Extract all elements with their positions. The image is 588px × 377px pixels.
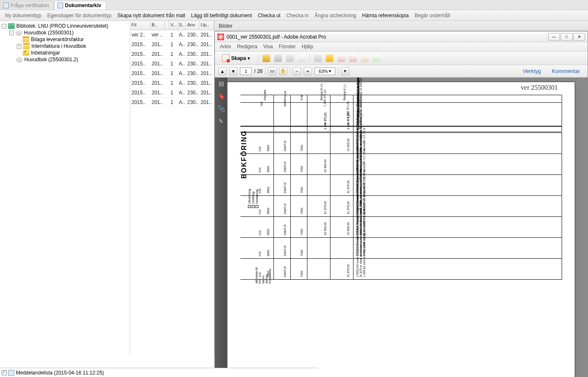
table-row[interactable]: ver 2..ver ..1A..230..201.. [130,30,214,40]
comment-icon[interactable] [326,55,333,62]
hand-icon[interactable]: ✋ [279,67,287,75]
tree-internfaktura[interactable]: +Internfaktura i Huvudbok [2,43,128,49]
collapse-icon[interactable]: − [2,24,6,29]
col-blank[interactable] [165,21,169,30]
tree-root[interactable]: −Bibliotek: LNU (PROD Linneuniversitetet… [2,23,128,29]
cell: 2015.. [130,90,150,96]
page-down-icon[interactable]: ▼ [229,67,237,75]
tab-fraga[interactable]: Fråga verifikation [0,1,54,10]
close-button[interactable]: ✕ [573,33,585,41]
cell: 201.. [150,51,165,57]
verktyg-link[interactable]: Verktyg [518,68,545,74]
thumbnails-icon[interactable]: ▤ [217,80,225,88]
table-row[interactable]: 2015..201..1A..230..201.. [130,59,214,69]
cell: 230.. [186,42,199,47]
file-grid: Fil B.. V.. S.. Anv Up.. ver 2..ver ..1A… [130,21,214,354]
tree-label: Internfaktura i Huvudbok [31,43,86,49]
share-icon[interactable] [373,55,380,62]
collapse-icon[interactable]: − [9,31,14,35]
expand-icon[interactable]: + [17,44,21,49]
tree-huvudbok1[interactable]: −Huvudbok (25500301) [2,29,128,36]
tree-label: Huvudbok (25500301,2) [24,57,78,62]
sign-icon[interactable] [361,55,369,62]
grid-header: Fil B.. V.. S.. Anv Up.. [130,21,214,30]
menu-redigera[interactable]: Redigera [237,44,258,50]
table-row[interactable]: 2015..201..1A..230..201.. [130,69,214,78]
separator [265,67,266,75]
acrobat-toolbar1: Skapa ▾ [215,52,588,65]
menu-arkiv[interactable]: Arkiv [220,44,231,50]
maximize-button[interactable]: □ [561,33,573,41]
stop-icon[interactable] [349,55,357,62]
tb-angra[interactable]: Ångra utcheckning [312,11,358,20]
table-row[interactable]: 2015..201..1A..230..201.. [130,40,214,49]
bookmark-icon[interactable]: 🔖 [217,93,225,100]
col-up[interactable]: Up.. [199,21,214,30]
tab-icon [3,3,9,8]
page-input[interactable] [240,68,252,75]
signature-icon[interactable]: ✎ [217,118,225,125]
chevron-down-icon: ▾ [329,68,331,74]
tb-lagg-till[interactable]: Lägg till befintligt dokument [188,11,254,20]
gear-icon[interactable] [314,55,322,62]
cell: A.. [178,51,186,57]
tb-skapa-nytt[interactable]: Skapa nytt dokument från mall [115,11,188,20]
key-icon [16,57,23,62]
col-b[interactable]: B.. [150,21,165,30]
col-anv[interactable]: Anv [186,21,199,30]
table-row[interactable]: 2015..201..1A..230..201.. [130,88,214,98]
tree-panel: −Bibliotek: LNU (PROD Linneuniversitetet… [0,21,130,354]
tb-hamta[interactable]: Hämta referenskopia [359,11,411,20]
table-row[interactable]: 2015..201..1A..230..201.. [130,49,214,59]
cell: 1 [169,90,178,96]
cell: 2015.. [130,80,150,86]
app-tabs: Fråga verifikation Dokumentarkiv [0,0,588,10]
zoom-level[interactable]: 63%▾ [315,68,335,75]
tb-checka-ut[interactable]: Checka ut [255,11,283,20]
select-icon[interactable]: ▭ [268,67,276,75]
tb-egenskaper[interactable]: Egenskaper för dokumenttyp [45,11,114,20]
kommentar-link[interactable]: Kommentar [548,68,584,74]
form-icon[interactable] [338,55,345,62]
cell: 1 [169,42,178,47]
table-row[interactable]: 2015..201..1A..230..201.. [130,98,214,107]
tree-label: Inbetalningar [31,50,60,56]
attachment-icon[interactable]: 📎 [217,105,225,113]
save-icon[interactable] [274,55,282,62]
more-icon[interactable]: ▾ [341,67,349,75]
checkbox-icon[interactable] [2,370,7,375]
tb-begar[interactable]: Begär underhåll [412,11,453,20]
skapa-button[interactable]: Skapa ▾ [218,53,254,64]
document-viewport[interactable]: ver 25500301 BOKFÖRING Utbetalning Omför… [227,78,588,377]
mail-icon[interactable] [298,55,305,62]
zoom-in-icon[interactable]: + [304,67,312,75]
zoom-out-icon[interactable]: − [293,67,301,75]
col-v[interactable]: V.. [169,21,178,30]
open-icon[interactable] [263,55,270,62]
page-up-icon[interactable]: ▲ [218,67,227,75]
tb-ny-dokumenttyp[interactable]: Ny dokumenttyp [3,11,44,20]
col-s[interactable]: S.. [178,21,186,30]
tree-huvudbok2[interactable]: Huvudbok (25500301,2) [2,56,128,63]
window-icon [8,370,14,376]
menu-hjalp[interactable]: Hjälp [302,44,313,50]
tree-bilaga[interactable]: Bilaga leverantörsfaktur [2,36,128,43]
tab-dokumentarkiv[interactable]: Dokumentarkiv [54,1,106,10]
tree-inbetalningar[interactable]: Inbetalningar [2,49,128,56]
library-icon [8,23,15,29]
print-icon[interactable] [286,55,294,62]
tab-label: Dokumentarkiv [65,3,101,8]
cell: 230.. [186,32,199,38]
menu-visa[interactable]: Visa [263,44,273,50]
cell: 201.. [150,61,165,67]
menu-fonster[interactable]: Fönster [279,44,296,50]
cell: 230.. [186,99,199,105]
message-bar[interactable]: Meddelandelista (2015-04-16 11:12:25) [0,368,318,377]
tb-checka-in[interactable]: Checka in [284,11,311,20]
col-fil[interactable]: Fil [130,21,150,30]
cell: 201.. [199,90,214,96]
table-row[interactable]: 2015..201..1A..230..201.. [130,78,214,88]
cell: 1 [169,61,178,67]
cell: 201.. [199,42,214,47]
minimize-button[interactable]: — [548,33,560,41]
